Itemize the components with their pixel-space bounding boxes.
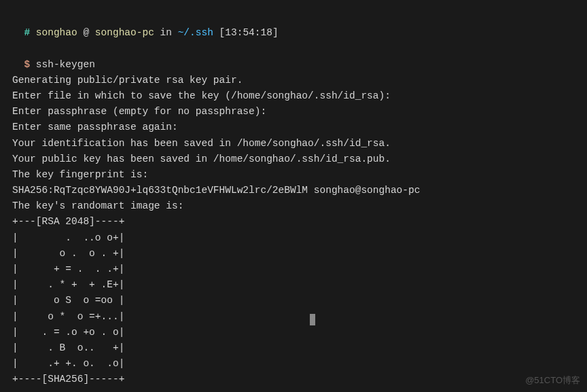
output-line: Your public key has been saved in /home/… xyxy=(12,152,575,167)
output-line: | . = .o +o . o| xyxy=(12,325,575,340)
prompt-at: @ xyxy=(83,27,89,38)
output-line: +---[RSA 2048]----+ xyxy=(12,214,575,230)
prompt-line-2: $ ssh-keygen xyxy=(12,41,575,72)
command-text[interactable]: ssh-keygen xyxy=(36,59,95,70)
output-line: The key fingerprint is: xyxy=(12,167,575,183)
output-line: | .+ +. o. .o| xyxy=(12,356,575,372)
output-line: Enter same passphrase again: xyxy=(12,120,575,135)
output-line: | o * o =+...| xyxy=(12,309,575,325)
prompt-time: [13:54:18] xyxy=(219,27,279,38)
output-line: | . * + + .E+| xyxy=(12,277,575,293)
output-line: | + = . . .+| xyxy=(12,262,575,277)
output-line: +----[SHA256]-----+ xyxy=(12,372,575,387)
output-line: | o S o =oo | xyxy=(12,293,575,308)
prompt-line-1: # songhao @ songhao-pc in ~/.ssh [13:54:… xyxy=(12,10,575,41)
prompt-host: songhao-pc xyxy=(95,27,154,38)
prompt-path: ~/.ssh xyxy=(178,27,213,38)
output-line: SHA256:RqTzqc8YWA90J+lq633tQnbc1eVFHWLw2… xyxy=(12,183,575,198)
prompt-dollar: $ xyxy=(24,59,30,70)
output-line: The key's randomart image is: xyxy=(12,198,575,214)
prompt-hash: # xyxy=(24,27,30,38)
output-line: Enter file in which to save the key (/ho… xyxy=(12,88,575,104)
output-line: | . ..o o+| xyxy=(12,230,575,246)
watermark: @51CTO博客 xyxy=(525,374,580,388)
terminal-output: Generating public/private rsa key pair.E… xyxy=(12,73,575,388)
output-line: Enter passphrase (empty for no passphras… xyxy=(12,104,575,120)
terminal-cursor xyxy=(310,314,315,325)
output-line: | o . o . +| xyxy=(12,246,575,262)
output-line: | . B o.. +| xyxy=(12,340,575,356)
prompt-in: in xyxy=(160,27,172,38)
output-line: Generating public/private rsa key pair. xyxy=(12,73,575,88)
output-line: Your identification has been saved in /h… xyxy=(12,136,575,152)
prompt-user: songhao xyxy=(36,27,77,38)
